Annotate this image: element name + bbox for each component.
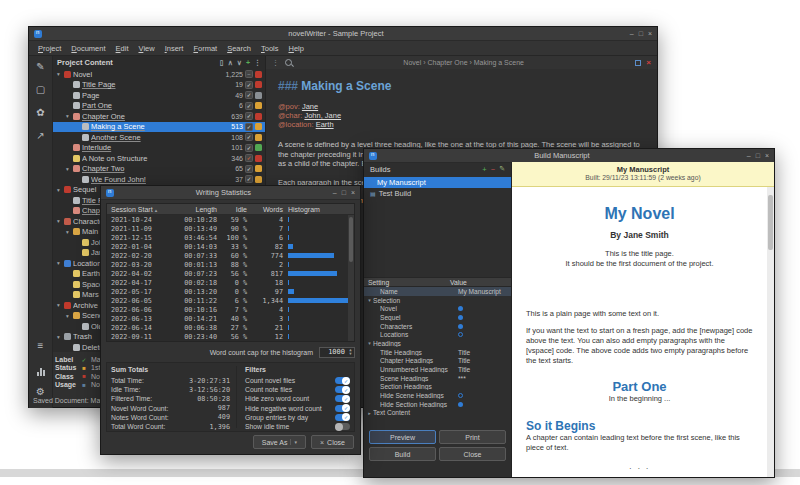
toggle-switch[interactable]	[335, 405, 350, 412]
included-checkbox[interactable]: ✓	[245, 81, 253, 89]
menu-item[interactable]: Insert	[160, 42, 189, 55]
menu-item[interactable]: View	[134, 42, 160, 55]
expand-arrow-icon[interactable]: ▾	[64, 166, 71, 172]
menu-item[interactable]: Tools	[256, 42, 284, 55]
close-button[interactable]: ×Close	[311, 435, 354, 449]
tree-item[interactable]: Part One 6 ✓	[53, 101, 265, 112]
group-arrow-icon[interactable]: ▸	[366, 410, 373, 416]
session-row[interactable]: 2022-06-05 00:11:22 6 % 1,344	[107, 296, 348, 305]
toggle-switch[interactable]	[335, 386, 350, 393]
setting-row[interactable]: Sequel	[364, 313, 511, 322]
build-titlebar[interactable]: Build Manuscript – □ ×	[364, 149, 774, 163]
col-histogram[interactable]: Histogram	[283, 206, 348, 213]
col-idle[interactable]: Idle	[217, 206, 247, 213]
expand-arrow-icon[interactable]: ▾	[55, 71, 62, 77]
session-row[interactable]: 2021-10-24 00:10:28 59 % 4	[107, 215, 348, 224]
menu-item[interactable]: Help	[283, 42, 308, 55]
included-checkbox[interactable]: ✓	[245, 165, 253, 173]
manuscript-page[interactable]: My Novel By Jane Smith This is the title…	[512, 187, 767, 477]
col-words[interactable]: Words	[247, 206, 283, 213]
group-arrow-icon[interactable]: ▾	[366, 340, 373, 346]
setting-row[interactable]: Characters	[364, 322, 511, 331]
save-as-button[interactable]: Save As▾	[253, 435, 306, 449]
stats-titlebar[interactable]: Writing Statistics – □ ×	[101, 186, 360, 200]
tree-item[interactable]: Title Page 19 ✓	[53, 80, 265, 91]
breadcrumb[interactable]: Novel › Chapter One › Making a Scene	[292, 59, 635, 66]
spin-arrows-icon[interactable]: ▲▼	[347, 348, 354, 356]
tree-menu-kebab-icon[interactable]: ⋮	[254, 59, 261, 67]
included-checkbox[interactable]: ✓	[245, 123, 253, 131]
included-checkbox[interactable]: ✓	[245, 144, 253, 152]
session-row[interactable]: 2022-04-17 00:02:18 0 % 18	[107, 278, 348, 287]
menu-item[interactable]: Search	[222, 42, 256, 55]
expand-arrow-icon[interactable]: ▾	[55, 302, 62, 308]
expand-arrow-icon[interactable]: ▾	[64, 229, 71, 235]
menu-item[interactable]: Format	[188, 42, 222, 55]
included-checkbox[interactable]: ✓	[245, 112, 253, 120]
menu-item[interactable]: Project	[33, 42, 66, 55]
tree-item[interactable]: Page 49 ✓	[53, 90, 265, 101]
minimize-icon[interactable]: –	[630, 30, 634, 37]
maximize-icon[interactable]: □	[756, 152, 760, 159]
expand-arrow-icon[interactable]: ▾	[55, 218, 62, 224]
outline-list-icon[interactable]: ≡	[34, 339, 48, 353]
included-checkbox[interactable]: −	[245, 70, 253, 78]
included-checkbox[interactable]: ✓	[245, 175, 253, 183]
toggle-switch[interactable]	[335, 423, 350, 430]
setting-row[interactable]: Hide Section Headings	[364, 400, 511, 409]
maximize-icon[interactable]: □	[639, 30, 643, 37]
setting-row[interactable]: Novel	[364, 304, 511, 313]
setting-row[interactable]: ▾ Selection	[364, 296, 511, 305]
add-build-icon[interactable]: +	[482, 165, 486, 174]
minimize-icon[interactable]: –	[333, 189, 337, 196]
session-row[interactable]: 2022-09-11 00:23:40 56 % 12	[107, 332, 348, 341]
menu-item[interactable]: Document	[66, 42, 110, 55]
add-item-icon[interactable]: +	[246, 59, 250, 67]
included-checkbox[interactable]: ✓	[245, 91, 253, 99]
maximize-icon[interactable]: □	[342, 189, 346, 196]
tree-item[interactable]: ▾ Novel 1,225 −	[53, 69, 265, 80]
session-row[interactable]: 2022-01-04 00:14:03 33 % 82	[107, 242, 348, 251]
minimize-icon[interactable]: –	[747, 152, 751, 159]
session-row[interactable]: 2022-06-06 00:10:16 7 % 4	[107, 305, 348, 314]
tree-item[interactable]: Making a Scene 513 ✓	[53, 122, 265, 133]
session-row[interactable]: 2022-02-20 00:07:33 60 % 774	[107, 251, 348, 260]
tree-item[interactable]: We Found John! 37 ✓	[53, 174, 265, 185]
tree-item[interactable]: Interlude 101 ✓	[53, 143, 265, 154]
setting-row[interactable]: Hide Scene Headings	[364, 391, 511, 400]
move-down-icon[interactable]: ∨	[237, 59, 242, 67]
setting-row[interactable]: Title Headings Title	[364, 348, 511, 357]
move-up-icon[interactable]: ∧	[228, 59, 233, 67]
print-button[interactable]: Print	[439, 430, 506, 444]
setting-row[interactable]: Name My Manuscript	[364, 287, 511, 296]
menu-item[interactable]: Edit	[111, 42, 134, 55]
tree-item[interactable]: Another Scene 108 ✓	[53, 132, 265, 143]
session-row[interactable]: 2022-04-02 00:07:23 56 % 817	[107, 269, 348, 278]
main-titlebar[interactable]: novelWriter - Sample Project – □ ×	[29, 27, 657, 41]
compose-edit-icon[interactable]: ✎	[34, 60, 48, 74]
novel-flower-icon[interactable]: ✿	[34, 106, 48, 120]
setting-row[interactable]: Chapter Headings Title	[364, 357, 511, 366]
session-row[interactable]: 2021-12-15 03:46:54 100 % 6	[107, 233, 348, 242]
close-document-icon[interactable]: ×	[646, 58, 651, 67]
preview-button[interactable]: Preview	[369, 430, 436, 444]
expand-arrow-icon[interactable]: ▾	[55, 260, 62, 266]
build-item[interactable]: ▤ Test Build	[364, 188, 511, 199]
tree-item[interactable]: ▾ Chapter Two 65 ✓	[53, 164, 265, 175]
included-checkbox[interactable]: ✓	[245, 102, 253, 110]
preview-scrollbar[interactable]	[767, 187, 774, 477]
build-item[interactable]: My Manuscript	[364, 177, 511, 188]
toggle-switch[interactable]	[335, 395, 350, 402]
setting-row[interactable]: ▾ Headings	[364, 339, 511, 348]
project-cube-icon[interactable]: ▢	[34, 83, 48, 97]
build-button[interactable]: Build	[369, 447, 436, 461]
search-icon[interactable]	[285, 59, 292, 66]
col-length[interactable]: Length	[169, 206, 217, 213]
session-row[interactable]: 2022-05-17 00:13:20 0 % 97	[107, 287, 348, 296]
col-session-start[interactable]: Session Start▴	[107, 206, 169, 213]
toggle-switch[interactable]	[335, 377, 350, 384]
session-row[interactable]: 2022-06-14 00:06:38 27 % 21	[107, 323, 348, 332]
remove-build-icon[interactable]: −	[491, 165, 495, 174]
setting-row[interactable]: Unnumbered Headings Title	[364, 365, 511, 374]
close-icon[interactable]: ×	[648, 30, 652, 37]
